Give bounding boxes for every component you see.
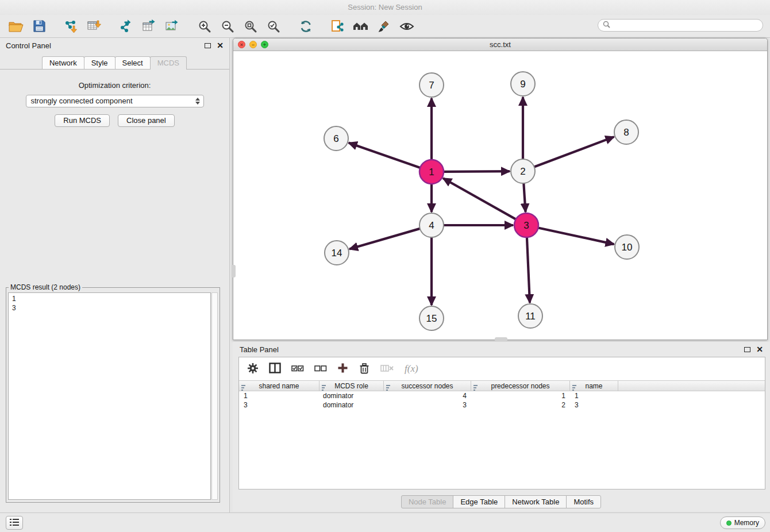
select-all-icon[interactable] <box>291 364 304 375</box>
table-tabs: Node Table Edge Table Network Table Moti… <box>233 495 770 508</box>
table-row[interactable]: 1 dominator 4 1 1 <box>239 391 765 400</box>
zoom-in-icon[interactable] <box>193 17 216 36</box>
task-history-button[interactable] <box>6 516 23 530</box>
run-mcds-button[interactable]: Run MCDS <box>55 114 110 127</box>
zoom-selected-icon[interactable] <box>262 17 285 36</box>
tab-network[interactable]: Network <box>42 56 84 69</box>
deselect-all-icon[interactable] <box>314 364 327 375</box>
export-table-icon[interactable] <box>138 17 161 36</box>
column-header-name[interactable]: name <box>570 381 618 391</box>
graph-node-7[interactable]: 7 <box>419 73 444 97</box>
save-session-icon[interactable] <box>28 17 51 36</box>
split-columns-icon[interactable] <box>269 363 281 375</box>
cell-predecessor-nodes[interactable]: 1 <box>471 391 570 400</box>
export-network-icon[interactable] <box>115 17 138 36</box>
show-hide-icon[interactable] <box>395 17 418 36</box>
cell-name[interactable]: 3 <box>570 400 618 410</box>
graph-node-10[interactable]: 10 <box>615 235 639 259</box>
table-row[interactable]: 3 dominator 3 2 3 <box>239 400 765 410</box>
refresh-view-icon[interactable] <box>294 17 317 36</box>
table-settings-gear-icon[interactable] <box>247 363 259 376</box>
list-icon <box>10 519 19 527</box>
graph-node-8[interactable]: 8 <box>614 120 638 144</box>
float-table-panel-icon[interactable] <box>744 347 750 352</box>
tab-mcds[interactable]: MCDS <box>150 56 187 70</box>
graph-edge-1-2[interactable] <box>444 171 510 172</box>
window-titlebar[interactable]: Session: New Session <box>0 0 770 15</box>
import-table-icon[interactable] <box>83 17 106 36</box>
graph-node-label: 2 <box>520 166 525 177</box>
column-header-mcds-role[interactable]: MCDS role <box>319 381 384 391</box>
cell-successor-nodes[interactable]: 3 <box>384 400 471 410</box>
overview-icon[interactable] <box>349 17 372 36</box>
graph-edge-1-6[interactable] <box>349 143 420 168</box>
close-panel-icon[interactable]: ✕ <box>217 42 224 49</box>
graph-node-2[interactable]: 2 <box>511 159 535 183</box>
window-zoom-icon[interactable]: + <box>261 41 268 48</box>
cell-successor-nodes[interactable]: 4 <box>384 391 471 400</box>
network-canvas[interactable]: 7968124314101511 <box>233 51 767 340</box>
window-close-icon[interactable]: × <box>238 41 245 48</box>
column-header-predecessor-nodes[interactable]: predecessor nodes <box>471 381 570 391</box>
tab-motifs[interactable]: Motifs <box>566 495 601 508</box>
graph-edge-3-1[interactable] <box>443 178 516 219</box>
control-panel-title: Control Panel <box>6 41 51 50</box>
graph-node-1[interactable]: 1 <box>419 160 444 184</box>
search-input[interactable] <box>613 21 758 29</box>
graph-node-14[interactable]: 14 <box>325 241 349 265</box>
close-table-panel-icon[interactable]: ✕ <box>756 346 763 353</box>
graph-node-label: 14 <box>332 248 342 259</box>
table-header-row: shared name MCDS role successor nodes pr… <box>239 380 765 391</box>
optimization-selected-value: strongly connected component <box>31 97 133 105</box>
import-network-icon[interactable] <box>60 17 83 36</box>
graph-edge-2-8[interactable] <box>534 137 614 167</box>
sort-icon <box>322 383 328 394</box>
cell-mcds-role[interactable]: dominator <box>319 400 384 410</box>
canvas-horizontal-scrollbar[interactable] <box>495 337 507 341</box>
tab-style[interactable]: Style <box>84 56 116 69</box>
close-panel-button[interactable]: Close panel <box>118 114 175 127</box>
graph-node-4[interactable]: 4 <box>419 213 444 237</box>
delete-trash-icon[interactable] <box>359 363 370 376</box>
zoom-out-icon[interactable] <box>216 17 239 36</box>
add-column-icon[interactable] <box>337 363 348 375</box>
window-title: Session: New Session <box>348 3 422 11</box>
window-minimize-icon[interactable]: − <box>249 41 257 48</box>
graph-edge-2-3[interactable] <box>523 183 525 212</box>
clone-network-icon[interactable] <box>326 17 349 36</box>
result-scrollbar[interactable] <box>211 292 218 500</box>
search-icon <box>603 21 610 30</box>
column-header-successor-nodes[interactable]: successor nodes <box>384 381 471 391</box>
memory-button[interactable]: Memory <box>720 516 765 529</box>
column-header-shared-name[interactable]: shared name <box>239 381 319 391</box>
graph-edge-4-14[interactable] <box>349 229 420 249</box>
cell-predecessor-nodes[interactable]: 2 <box>471 400 570 410</box>
open-session-icon[interactable] <box>5 17 28 36</box>
tab-node-table[interactable]: Node Table <box>401 495 454 508</box>
tab-edge-table[interactable]: Edge Table <box>453 495 505 508</box>
network-window-titlebar[interactable]: × − + scc.txt <box>233 38 767 51</box>
optimization-select[interactable]: strongly connected component <box>26 95 204 107</box>
graph-edge-3-11[interactable] <box>527 237 530 303</box>
export-image-icon[interactable] <box>161 17 184 36</box>
sort-icon <box>241 383 248 394</box>
cell-shared-name[interactable]: 3 <box>239 400 319 410</box>
zoom-fit-icon[interactable] <box>239 17 262 36</box>
cell-mcds-role[interactable]: dominator <box>319 391 384 400</box>
sort-icon <box>473 383 480 394</box>
canvas-vertical-scrollbar[interactable] <box>232 265 236 277</box>
float-panel-icon[interactable] <box>205 43 211 48</box>
tab-network-table[interactable]: Network Table <box>505 495 567 508</box>
graph-edge-3-10[interactable] <box>538 228 614 244</box>
graph-node-6[interactable]: 6 <box>324 126 348 151</box>
tab-select[interactable]: Select <box>115 56 151 69</box>
toolbar-search[interactable] <box>598 19 763 32</box>
graph-node-11[interactable]: 11 <box>518 304 542 328</box>
graph-node-9[interactable]: 9 <box>511 72 535 96</box>
cell-shared-name[interactable]: 1 <box>239 391 319 400</box>
column-header-filler <box>618 381 765 391</box>
graph-node-3[interactable]: 3 <box>514 213 538 237</box>
style-paint-icon[interactable] <box>372 17 395 36</box>
graph-node-15[interactable]: 15 <box>419 306 444 330</box>
mcds-result-list[interactable]: 1 3 <box>8 292 211 500</box>
